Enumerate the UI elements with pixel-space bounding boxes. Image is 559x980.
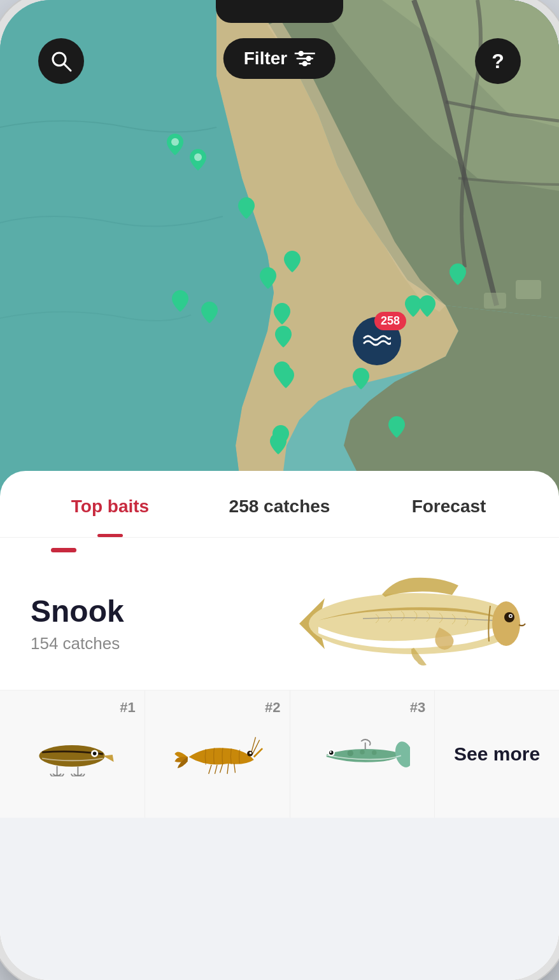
tabs-container: Top baits 258 catches Forecast xyxy=(0,471,559,538)
bait-card-2[interactable]: #2 xyxy=(145,690,290,818)
svg-point-11 xyxy=(307,57,311,60)
fish-info: Snook 154 catches xyxy=(0,552,559,675)
tab-top-baits[interactable]: Top baits xyxy=(25,486,195,527)
svg-rect-1 xyxy=(516,280,541,299)
svg-point-39 xyxy=(360,750,365,755)
svg-line-23 xyxy=(254,748,262,757)
search-icon xyxy=(50,50,73,73)
bait-card-1[interactable]: #1 xyxy=(0,690,145,818)
bait-card-3[interactable]: #3 xyxy=(290,690,435,818)
filter-icon xyxy=(295,51,315,66)
bottom-panel: Top baits 258 catches Forecast Snook 154… xyxy=(0,471,559,980)
svg-line-29 xyxy=(209,765,211,774)
svg-line-25 xyxy=(251,738,255,754)
bait-lure-1 xyxy=(21,725,123,783)
svg-point-40 xyxy=(372,750,377,755)
fish-svg xyxy=(287,573,528,675)
bottom-space xyxy=(0,818,559,980)
help-icon: ? xyxy=(492,50,504,73)
bait-lure-3 xyxy=(311,725,413,783)
svg-point-36 xyxy=(330,751,332,753)
svg-point-20 xyxy=(93,752,97,756)
filter-label: Filter xyxy=(244,48,287,69)
see-more-label: See more xyxy=(454,743,540,765)
active-tab-indicator xyxy=(51,548,76,552)
help-button[interactable]: ? xyxy=(475,38,521,84)
tab-catches[interactable]: 258 catches xyxy=(195,486,364,527)
svg-line-6 xyxy=(64,64,71,71)
svg-point-32 xyxy=(250,752,252,755)
svg-point-12 xyxy=(303,62,307,66)
filter-button[interactable]: Filter xyxy=(223,38,336,79)
map-background: 258 Filter xyxy=(0,0,559,496)
svg-line-26 xyxy=(220,764,223,773)
svg-line-28 xyxy=(234,764,236,773)
map-container: 258 Filter xyxy=(0,0,559,496)
fish-text: Snook 154 catches xyxy=(31,594,124,654)
bait-lure-2 xyxy=(166,725,268,783)
see-more-button[interactable]: See more xyxy=(435,690,559,818)
svg-line-30 xyxy=(215,765,218,774)
fish-image xyxy=(287,573,528,675)
phone-frame: 258 Filter xyxy=(0,0,559,980)
baits-grid: #1 xyxy=(0,690,559,818)
svg-point-14 xyxy=(492,601,520,646)
tab-forecast[interactable]: Forecast xyxy=(364,486,534,527)
svg-point-38 xyxy=(347,750,353,756)
svg-line-27 xyxy=(227,764,229,774)
bait-rank-3: #3 xyxy=(410,699,425,716)
search-button[interactable] xyxy=(38,38,84,84)
svg-point-10 xyxy=(299,52,303,55)
bait-rank-1: #1 xyxy=(120,699,135,716)
fish-catches: 154 catches xyxy=(31,634,124,654)
bait-rank-2: #2 xyxy=(265,699,280,716)
notch xyxy=(216,0,343,23)
fish-name: Snook xyxy=(31,594,124,629)
svg-rect-2 xyxy=(484,293,506,309)
svg-point-17 xyxy=(510,615,512,617)
